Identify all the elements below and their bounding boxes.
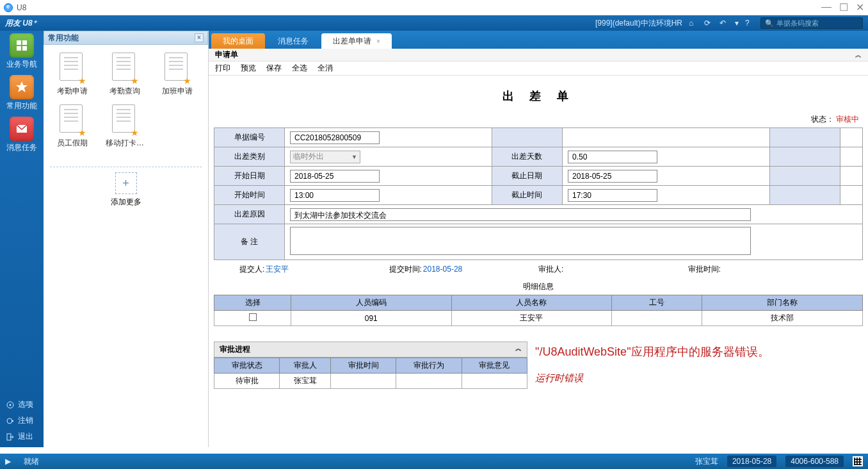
label-reason: 出差原因 xyxy=(214,205,285,224)
function-panel: 常用功能 × ★考勤申请 ★考勤查询 ★加班申请 ★员工假期 ★移动打卡… + … xyxy=(44,31,209,447)
app-header: 用友 U8⁺ [999](default)中法环境HR ⌂ ⟳ ↶ ▾ ? 🔍 … xyxy=(0,15,868,31)
rail-logout[interactable]: 注销 xyxy=(0,413,44,429)
approval-table: 审批状态 审批人 审批时间 审批行为 审批意见 待审批 张宝茸 xyxy=(214,358,527,389)
cell-empcode: 091 xyxy=(291,311,452,326)
app-logo: 用友 U8⁺ xyxy=(5,18,36,29)
form-subtitle: 申请单 ︽ xyxy=(209,49,868,62)
input-startdate[interactable]: 2018-05-25 xyxy=(290,170,380,183)
window-controls: — ☐ ✕ xyxy=(821,1,864,13)
select-triptype[interactable]: 临时外出▼ xyxy=(290,151,360,163)
label-triptype: 出差类别 xyxy=(214,147,285,167)
add-more-label: 添加更多 xyxy=(44,197,208,208)
rail-biznav[interactable]: 业务导航 xyxy=(3,33,41,70)
window-title: U8 xyxy=(17,3,26,12)
cell-empname: 王安平 xyxy=(451,311,612,326)
func-item-mobile-punch[interactable]: ★移动打卡… xyxy=(99,104,151,149)
org-label: [999](default)中法环境HR xyxy=(595,18,682,29)
detail-table: 选择 人员编码 人员名称 工号 部门名称 091 王安平 技术部 xyxy=(214,295,863,326)
error-message: "/U8AuditWebSite"应用程序中的服务器错误。 运行时错误 xyxy=(533,341,863,389)
input-enddate[interactable]: 2018-05-25 xyxy=(568,170,657,183)
tab-desktop[interactable]: 我的桌面 xyxy=(211,33,265,49)
favfunc-icon xyxy=(10,75,34,99)
form-toolbar: 打印 预览 保存 全选 全消 xyxy=(209,62,868,76)
func-item-attendance-apply[interactable]: ★考勤申请 xyxy=(46,53,99,97)
toolbar-print[interactable]: 打印 xyxy=(215,63,230,74)
toolbar-selectall[interactable]: 全选 xyxy=(292,63,307,74)
help-icon[interactable]: ? xyxy=(745,19,754,28)
label-enddate: 截止日期 xyxy=(492,167,562,186)
maximize-button[interactable]: ☐ xyxy=(839,1,848,13)
input-endtime[interactable]: 17:30 xyxy=(568,189,657,202)
row-checkbox[interactable] xyxy=(249,313,257,321)
toolbar-deselectall[interactable]: 全消 xyxy=(317,63,333,74)
status-bar: ▶ 就绪 张宝茸 2018-05-28 4006-600-588 xyxy=(0,454,868,469)
search-placeholder: 单据条码搜索 xyxy=(776,19,819,28)
tab-close-icon[interactable]: × xyxy=(376,38,380,45)
label-starttime: 开始时间 xyxy=(214,186,285,205)
tab-row: 我的桌面 消息任务 出差单申请× xyxy=(209,31,868,49)
status-ready: 就绪 xyxy=(24,456,39,467)
cell-dept: 技术部 xyxy=(702,311,863,326)
input-starttime[interactable]: 13:00 xyxy=(290,189,380,202)
svg-rect-9 xyxy=(12,420,13,422)
panel-close-button[interactable]: × xyxy=(195,33,204,42)
label-endtime: 截止时间 xyxy=(492,186,562,205)
approval-collapse-icon[interactable]: ︽ xyxy=(515,344,522,355)
rail-options[interactable]: 选项 xyxy=(0,397,44,413)
input-reason[interactable]: 到太湖中法参加技术交流会 xyxy=(290,208,751,221)
tab-messages[interactable]: 消息任务 xyxy=(266,33,320,49)
main-area: 我的桌面 消息任务 出差单申请× 申请单 ︽ 打印 预览 保存 全选 全消 出 … xyxy=(209,31,868,447)
barcode-search-input[interactable]: 🔍 单据条码搜索 xyxy=(760,17,863,29)
chevron-down-icon: ▼ xyxy=(351,154,357,160)
refresh-icon[interactable]: ⟳ xyxy=(704,19,713,28)
func-item-attendance-query[interactable]: ★考勤查询 xyxy=(99,53,151,97)
svg-point-8 xyxy=(7,418,12,424)
cell-jobno xyxy=(612,311,702,326)
rail-msgtask[interactable]: 消息任务 xyxy=(3,117,41,153)
label-days: 出差天数 xyxy=(492,147,562,167)
search-icon: 🔍 xyxy=(765,19,774,28)
tab-trip-apply[interactable]: 出差单申请× xyxy=(321,33,392,49)
trip-form-table: 单据编号 CC2018052800509 出差类别 临时外出▼ 出差天数 0.5… xyxy=(214,128,863,260)
toolbar-save[interactable]: 保存 xyxy=(266,63,282,74)
left-rail: 业务导航 常用功能 消息任务 选项 注销 退出 xyxy=(0,31,44,447)
func-item-employee-leave[interactable]: ★员工假期 xyxy=(46,104,99,149)
col-select: 选择 xyxy=(214,295,291,311)
form-status: 状态： 审核中 xyxy=(214,114,863,128)
toolbar-preview[interactable]: 预览 xyxy=(241,63,256,74)
qr-icon[interactable] xyxy=(853,456,863,466)
table-row[interactable]: 091 王安平 技术部 xyxy=(214,311,863,326)
form-title: 出 差 单 xyxy=(214,82,863,114)
input-docno[interactable]: CC2018052800509 xyxy=(290,131,380,144)
textarea-remark[interactable] xyxy=(290,227,751,255)
back-icon[interactable]: ↶ xyxy=(719,19,728,28)
minimize-button[interactable]: — xyxy=(821,1,832,13)
col-empname: 人员名称 xyxy=(451,295,612,311)
approval-title: 审批进程 xyxy=(220,344,250,355)
rail-exit[interactable]: 退出 xyxy=(0,429,44,445)
col-dept: 部门名称 xyxy=(702,295,863,311)
rail-favfunc[interactable]: 常用功能 xyxy=(3,75,41,111)
svg-rect-3 xyxy=(22,46,27,51)
function-panel-header: 常用功能 × xyxy=(44,31,208,45)
ie-icon xyxy=(4,3,13,12)
close-button[interactable]: ✕ xyxy=(856,1,864,13)
home-icon[interactable]: ⌂ xyxy=(689,19,698,28)
status-user: 张宝茸 xyxy=(695,456,718,467)
svg-marker-4 xyxy=(16,81,28,92)
add-more-button[interactable]: + xyxy=(115,172,137,194)
biznav-icon xyxy=(10,33,34,58)
label-docno: 单据编号 xyxy=(214,128,285,147)
divider xyxy=(50,167,202,167)
play-icon[interactable]: ▶ xyxy=(5,457,11,466)
form-meta-row: 提交人:王安平 提交时间:2018-05-28 审批人: 审批时间: xyxy=(214,260,863,279)
status-date: 2018-05-28 xyxy=(727,456,776,467)
svg-rect-0 xyxy=(17,40,21,45)
window-titlebar: U8 — ☐ ✕ xyxy=(0,0,868,15)
func-item-overtime-apply[interactable]: ★加班申请 xyxy=(151,53,204,97)
col-jobno: 工号 xyxy=(612,295,702,311)
svg-rect-1 xyxy=(22,40,27,45)
input-days[interactable]: 0.50 xyxy=(568,151,657,163)
svg-point-7 xyxy=(10,404,12,406)
collapse-icon[interactable]: ︽ xyxy=(855,51,862,60)
